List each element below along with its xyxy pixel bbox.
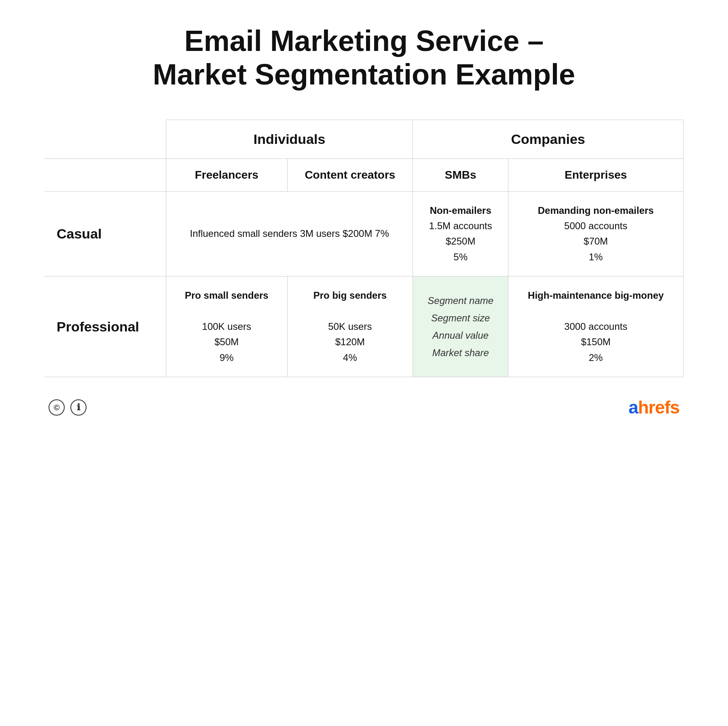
row-label-casual: Casual [44,191,166,276]
pro-smbs-share: Market share [422,344,499,361]
pro-freelancers-value: $50M [175,334,278,350]
empty-cell [44,120,166,158]
casual-enterprises-value: $70M [517,234,674,249]
casual-enterprises-name: Demanding non-emailers [517,203,674,218]
cell-casual-smbs: Non-emailers 1.5M accounts $250M 5% [413,191,508,276]
page-title: Email Marketing Service – Market Segment… [142,24,586,91]
pro-content-creators-share: 4% [296,350,404,365]
casual-individuals-size: 3M users [300,228,340,239]
empty-cell-2 [44,158,166,191]
footer-icons: © ℹ [49,399,87,416]
casual-smbs-name: Non-emailers [422,203,499,218]
casual-individuals-value: $200M [343,228,372,239]
cell-professional-content-creators: Pro big senders 50K users $120M 4% [287,276,413,377]
cell-professional-enterprises: High-maintenance big-money 3000 accounts… [508,276,684,377]
sub-header-content-creators: Content creators [287,158,413,191]
pro-freelancers-size: 100K users [175,319,278,334]
cell-professional-freelancers: Pro small senders 100K users $50M 9% [166,276,288,377]
pro-enterprises-share: 2% [517,350,674,365]
sub-header-freelancers: Freelancers [166,158,288,191]
casual-smbs-size: 1.5M accounts [422,218,499,234]
pro-enterprises-size: 3000 accounts [517,319,674,334]
pro-content-creators-name: Pro big senders [296,288,404,303]
category-companies: Companies [413,120,684,158]
casual-enterprises-size: 5000 accounts [517,218,674,234]
casual-individuals-share: 7% [375,228,389,239]
pro-content-creators-size: 50K users [296,319,404,334]
pro-freelancers-share: 9% [175,350,278,365]
segmentation-table: Individuals Companies Freelancers Conten… [44,120,684,378]
cell-professional-smbs: Segment name Segment size Annual value M… [413,276,508,377]
cell-casual-individuals: Influenced small senders 3M users $200M … [166,191,413,276]
category-individuals: Individuals [166,120,413,158]
row-label-professional: Professional [44,276,166,377]
footer: © ℹ ahrefs [44,397,684,418]
ahrefs-logo: ahrefs [629,397,679,418]
pro-smbs-name: Segment name [422,292,499,309]
sub-header-smbs: SMBs [413,158,508,191]
pro-enterprises-name: High-maintenance big-money [517,288,674,303]
casual-smbs-value: $250M [422,234,499,249]
sub-header-enterprises: Enterprises [508,158,684,191]
ahrefs-a: a [629,397,638,417]
cc-icon: © [49,399,65,416]
pro-enterprises-value: $150M [517,334,674,350]
cell-casual-enterprises: Demanding non-emailers 5000 accounts $70… [508,191,684,276]
casual-enterprises-share: 1% [517,249,674,265]
pro-smbs-size: Segment size [422,309,499,327]
casual-smbs-share: 5% [422,249,499,265]
casual-individuals-name: Influenced small senders [190,228,297,239]
info-icon: ℹ [70,399,87,416]
pro-freelancers-name: Pro small senders [175,288,278,303]
ahrefs-rest: hrefs [638,397,679,417]
pro-smbs-value: Annual value [422,327,499,344]
pro-content-creators-value: $120M [296,334,404,350]
